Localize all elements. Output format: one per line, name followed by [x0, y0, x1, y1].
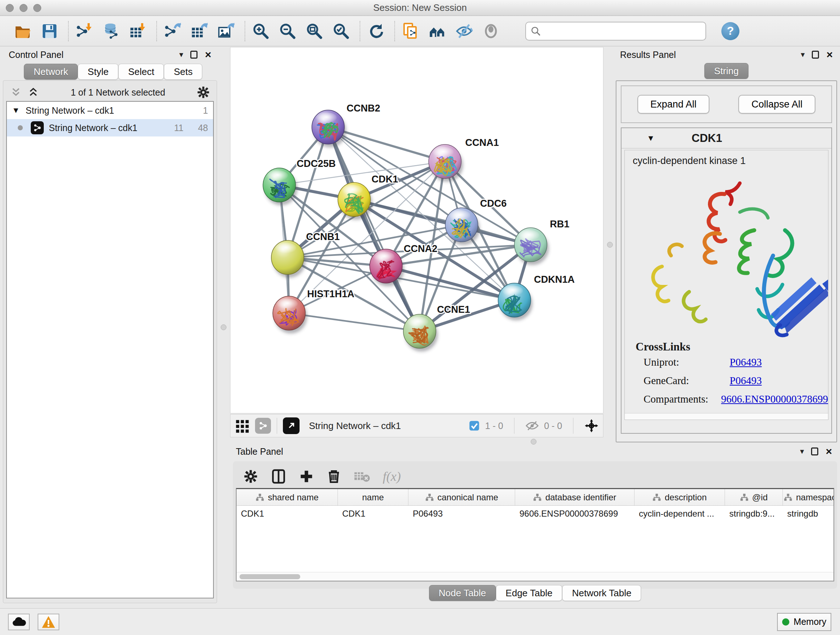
refresh-button[interactable]: [365, 21, 386, 42]
column-header-shared-name[interactable]: shared name: [237, 489, 338, 505]
add-column-icon[interactable]: [299, 469, 314, 484]
cloud-icon: [11, 616, 26, 627]
panel-menu-icon[interactable]: ▾: [801, 50, 805, 59]
control-panel: Control Panel ▾ × NetworkStyleSelectSets…: [3, 47, 217, 605]
tab-network-table[interactable]: Network Table: [562, 585, 641, 601]
column-header-@id[interactable]: @id: [725, 489, 783, 505]
scrollbar-thumb[interactable]: [240, 574, 300, 579]
panel-close-icon[interactable]: ×: [826, 51, 833, 59]
memory-button[interactable]: Memory: [777, 613, 831, 631]
memory-status-dot: [782, 618, 789, 625]
column-type-icon: [533, 493, 542, 502]
export-image-button[interactable]: [216, 21, 237, 42]
column-header-database-identifier[interactable]: database identifier: [515, 489, 635, 505]
node-label-CDC6: CDC6: [480, 198, 507, 209]
network-edge[interactable]: [289, 313, 420, 331]
tab-style[interactable]: Style: [78, 64, 118, 80]
zoom-selected-button[interactable]: [331, 21, 352, 42]
crosslink-link[interactable]: 9606.ENSP00000378699: [721, 393, 828, 405]
cloud-status-button[interactable]: [8, 614, 30, 630]
network-node-CCNA2[interactable]: [370, 249, 404, 287]
gene-entry-header[interactable]: ▼ CDK1: [622, 128, 831, 149]
warnings-button[interactable]: [38, 614, 59, 630]
open-folder-icon: [14, 22, 32, 40]
collapse-triangle-icon[interactable]: ▼: [12, 106, 20, 115]
column-header-namespace[interactable]: namespace: [783, 489, 834, 505]
tab-edge-table[interactable]: Edge Table: [496, 585, 562, 601]
import-database-icon: [103, 22, 120, 40]
panel-close-icon[interactable]: ×: [205, 51, 211, 59]
tab-sets[interactable]: Sets: [164, 64, 202, 80]
crosslink-link[interactable]: P06493: [729, 375, 762, 386]
search-icon: [531, 26, 541, 36]
network-node-CDC6[interactable]: [445, 208, 480, 245]
column-header-canonical-name[interactable]: canonical name: [409, 489, 515, 505]
tab-network[interactable]: Network: [24, 64, 78, 80]
selected-checkbox-icon[interactable]: [469, 420, 480, 432]
copy-documents-button[interactable]: [400, 21, 421, 42]
gear-icon[interactable]: [243, 469, 258, 484]
panel-menu-icon[interactable]: ▾: [179, 50, 183, 59]
expand-all-icon[interactable]: [27, 86, 39, 98]
zoom-out-button[interactable]: [277, 21, 298, 42]
search-box[interactable]: [525, 22, 706, 41]
results-scrollbar[interactable]: [625, 413, 828, 420]
network-node-CDC25B[interactable]: [263, 168, 297, 205]
export-table-button[interactable]: [189, 21, 210, 42]
tab-string[interactable]: String: [704, 63, 748, 79]
import-table-button[interactable]: [127, 21, 148, 42]
hide-eye-button[interactable]: [454, 21, 475, 42]
fit-selected-crosshair-icon[interactable]: [584, 418, 599, 433]
panel-float-icon[interactable]: [812, 51, 819, 59]
zoom-fit-icon: [306, 22, 323, 40]
show-eye-button[interactable]: [480, 21, 501, 42]
export-network-button[interactable]: [162, 21, 183, 42]
gear-icon[interactable]: [196, 86, 210, 99]
collapse-all-button[interactable]: Collapse All: [738, 95, 815, 114]
show-columns-icon[interactable]: [271, 469, 286, 485]
panel-float-icon[interactable]: [811, 448, 818, 455]
open-folder-button[interactable]: [12, 21, 33, 42]
selected-node-edge-counts: 1 - 0: [485, 421, 503, 431]
left-splitter-handle[interactable]: [221, 325, 226, 330]
houses-button[interactable]: [427, 21, 448, 42]
node-label-CDC25B: CDC25B: [297, 158, 336, 169]
tab-node-table[interactable]: Node Table: [429, 585, 496, 601]
collapse-all-icon[interactable]: [10, 86, 22, 98]
help-button[interactable]: ?: [722, 22, 739, 40]
birdseye-grid-icon[interactable]: [235, 418, 250, 433]
zoom-in-button[interactable]: [250, 21, 271, 42]
zoom-fit-button[interactable]: [304, 21, 325, 42]
panel-menu-icon[interactable]: ▾: [800, 447, 804, 456]
panel-close-icon[interactable]: ×: [826, 448, 832, 455]
right-splitter-handle[interactable]: [607, 242, 613, 248]
import-database-button[interactable]: [101, 21, 122, 42]
delete-column-icon[interactable]: [326, 469, 341, 484]
detach-view-icon[interactable]: [283, 417, 300, 434]
network-node-CDKN1A[interactable]: [498, 283, 532, 320]
network-node-CDK1[interactable]: [338, 182, 372, 220]
node-label-RB1: RB1: [550, 219, 569, 230]
save-session-button[interactable]: [39, 21, 60, 42]
import-network-button[interactable]: [74, 21, 95, 42]
search-input[interactable]: [541, 26, 706, 36]
table-row[interactable]: CDK1CDK1P064939606.ENSP00000378699cyclin…: [237, 506, 834, 522]
expand-all-button[interactable]: Expand All: [638, 95, 710, 114]
network-collection-row[interactable]: ▼ String Network – cdk1 1: [7, 102, 213, 119]
network-canvas[interactable]: CCNB2CCNA1CDC25BCDK1CDC6RB1CCNB1CCNA2CDK…: [230, 47, 603, 413]
import-table-icon: [129, 22, 147, 40]
crosslink-row: Uniprot: P06493: [644, 356, 828, 368]
crosslink-link[interactable]: P06493: [729, 356, 762, 368]
network-share-icon[interactable]: [255, 418, 271, 434]
panel-float-icon[interactable]: [190, 51, 197, 59]
network-node-CCNA1[interactable]: [429, 144, 463, 182]
collapse-triangle-icon[interactable]: ▼: [647, 134, 655, 143]
table-horizontal-scrollbar[interactable]: [237, 572, 834, 581]
column-header-name[interactable]: name: [338, 489, 409, 505]
column-header-description[interactable]: description: [635, 489, 725, 505]
network-row-selected[interactable]: String Network – cdk1 11 48: [7, 119, 213, 136]
tab-select[interactable]: Select: [118, 64, 164, 80]
network-node-HIST1H1A[interactable]: [273, 296, 307, 333]
function-builder-icon-disabled: f(x): [383, 469, 401, 484]
network-node-RB1[interactable]: [515, 228, 549, 265]
